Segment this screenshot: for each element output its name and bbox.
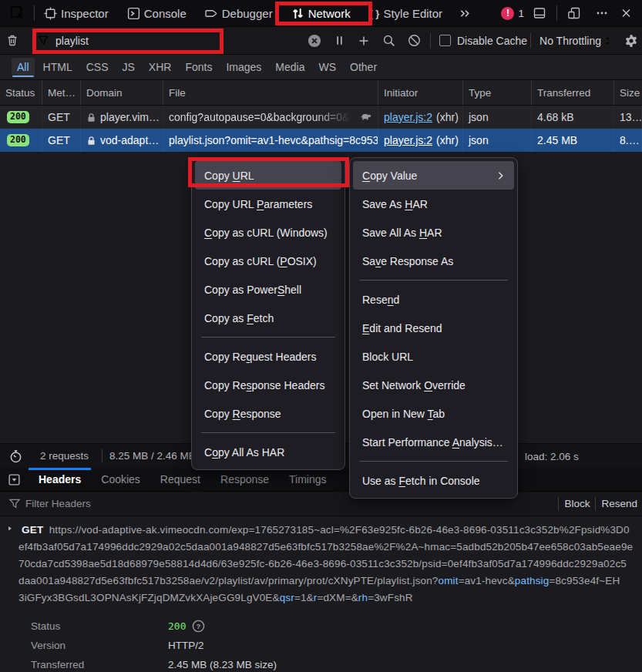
- braces-icon: { }: [369, 8, 380, 19]
- column-header-type[interactable]: Type: [463, 80, 532, 105]
- disclosure-triangle-icon[interactable]: [7, 526, 15, 534]
- clear-filter-button[interactable]: [301, 27, 328, 55]
- filter-tab-js[interactable]: JS: [115, 55, 141, 80]
- menu-item-use-as-fetch-in-console[interactable]: Use as Fetch in Console: [353, 466, 514, 495]
- menu-separator: [359, 461, 508, 462]
- column-header-size[interactable]: Size: [614, 80, 642, 105]
- status-badge: 200: [7, 111, 29, 123]
- pause-traffic-button[interactable]: [328, 27, 351, 55]
- column-header-met[interactable]: Met…: [42, 80, 81, 105]
- throttling-value: No Throttling: [539, 35, 601, 47]
- summary-label: Status: [0, 620, 168, 632]
- details-tab-cookies[interactable]: Cookies: [91, 468, 150, 491]
- request-method: GET: [22, 524, 44, 536]
- menu-item-copy-value[interactable]: Copy Value: [353, 161, 514, 190]
- initiator-cell: player.js:2(xhr): [378, 129, 463, 152]
- filter-tab-xhr[interactable]: XHR: [142, 55, 179, 80]
- tab-style-editor[interactable]: { }Style Editor: [360, 0, 452, 27]
- pick-element-button[interactable]: [0, 0, 34, 27]
- responsive-design-button[interactable]: [560, 0, 588, 27]
- inspector-icon: [44, 7, 57, 20]
- filter-tab-other[interactable]: Other: [343, 55, 384, 80]
- updown-arrows-icon: [604, 35, 613, 46]
- error-badge[interactable]: ! 1: [478, 7, 526, 20]
- menu-item-copy-as-fetch[interactable]: Copy as Fetch: [195, 304, 341, 332]
- summary-value: 200: [168, 620, 186, 632]
- menu-item-copy-as-curl-posix[interactable]: Copy as cURL (POSIX): [195, 247, 341, 275]
- filter-tab-fonts[interactable]: Fonts: [178, 55, 219, 80]
- submenu-arrow-icon: [496, 170, 506, 181]
- filter-tab-media[interactable]: Media: [268, 55, 311, 80]
- tab-debugger[interactable]: Debugger: [196, 0, 282, 27]
- menu-item-copy-all-as-har[interactable]: Copy All As HAR: [195, 438, 341, 466]
- block-requests-button[interactable]: [402, 27, 427, 55]
- menu-item-save-as-har[interactable]: Save As HAR: [353, 190, 514, 218]
- search-button[interactable]: [376, 27, 402, 55]
- menu-separator: [359, 280, 508, 281]
- network-settings-button[interactable]: [618, 27, 642, 55]
- tab-console[interactable]: Console: [118, 0, 196, 27]
- meatball-menu-button[interactable]: [588, 0, 616, 27]
- menu-separator: [201, 337, 335, 338]
- filter-tab-css[interactable]: CSS: [79, 55, 116, 80]
- menu-item-copy-url[interactable]: Copy URL: [195, 161, 341, 190]
- clear-requests-button[interactable]: [0, 27, 25, 55]
- menu-item-copy-request-headers[interactable]: Copy Request Headers: [195, 342, 341, 371]
- request-row[interactable]: 200GETvod-adapt…playlist.json?omit=av1-h…: [0, 129, 642, 152]
- menu-item-copy-response[interactable]: Copy Response: [195, 399, 341, 428]
- block-button[interactable]: Block: [559, 498, 595, 509]
- menu-item-copy-as-curl-windows[interactable]: Copy as cURL (Windows): [195, 218, 341, 247]
- column-header-initiator[interactable]: Initiator: [378, 80, 463, 105]
- type-cell: json: [463, 106, 532, 129]
- disable-cache-checkbox[interactable]: Disable Cache: [432, 35, 527, 47]
- menu-item-block-url[interactable]: Block URL: [353, 342, 514, 371]
- filter-tab-html[interactable]: HTML: [36, 55, 79, 80]
- throttling-select[interactable]: No Throttling: [533, 35, 618, 47]
- domain-cell: player.vim…: [81, 106, 163, 129]
- menu-item-resend[interactable]: Resend: [353, 285, 514, 314]
- resend-button[interactable]: Resend: [596, 498, 642, 509]
- column-header-status[interactable]: Status: [0, 80, 42, 105]
- menu-item-set-network-override[interactable]: Set Network Override: [353, 371, 514, 399]
- filter-tab-ws[interactable]: WS: [311, 55, 343, 80]
- menu-item-start-performance-analysis[interactable]: Start Performance Analysis…: [353, 428, 514, 456]
- menu-item-copy-url-parameters[interactable]: Copy URL Parameters: [195, 190, 341, 218]
- new-request-button[interactable]: [351, 27, 376, 55]
- menu-item-save-all-as-har[interactable]: Save All As HAR: [353, 218, 514, 247]
- details-tab-timings[interactable]: Timings: [279, 468, 337, 491]
- request-url-line: 3iGFyx3BGsdL3OPNAsKjFZjqDMZvkXAjeGG9LgV0…: [18, 590, 639, 606]
- filter-tab-images[interactable]: Images: [219, 55, 268, 80]
- filter-headers-input[interactable]: Filter Headers: [25, 498, 91, 509]
- headers-filter-row: Filter Headers Block Resend: [0, 492, 642, 516]
- funnel-icon: [37, 35, 49, 46]
- menu-item-copy-response-headers[interactable]: Copy Response Headers: [195, 371, 341, 399]
- menu-item-open-in-new-tab[interactable]: Open in New Tab: [353, 399, 514, 428]
- details-tab-headers[interactable]: Headers: [29, 468, 91, 491]
- more-tabs-chevron-icon[interactable]: [452, 8, 478, 19]
- close-devtools-button[interactable]: [616, 0, 642, 27]
- split-console-button[interactable]: [526, 0, 553, 27]
- column-header-file[interactable]: File: [163, 80, 378, 105]
- filter-urls-input[interactable]: playlist: [25, 27, 301, 55]
- menu-item-edit-and-resend[interactable]: Edit and Resend: [353, 314, 514, 342]
- request-row[interactable]: 200GETplayer.vim…config?autopause=0&back…: [0, 106, 642, 129]
- menu-item-copy-as-powershell[interactable]: Copy as PowerShell: [195, 275, 341, 304]
- tab-inspector[interactable]: Inspector: [35, 0, 118, 27]
- column-header-transferred[interactable]: Transferred: [532, 80, 614, 105]
- disable-cache-label: Disable Cache: [457, 35, 527, 47]
- request-table: StatusMet…DomainFileInitiatorTypeTransfe…: [0, 80, 642, 152]
- stopwatch-icon[interactable]: [0, 449, 31, 463]
- summary-value: 2.45 MB (8.23 MB size): [168, 659, 277, 670]
- toolbox-tabbar: InspectorConsoleDebuggerNetwork{ }Style …: [0, 0, 642, 27]
- filter-tab-all[interactable]: All: [10, 55, 36, 80]
- details-tab-response[interactable]: Response: [210, 468, 279, 491]
- details-tab-request[interactable]: Request: [150, 468, 210, 491]
- details-pane-toggle-icon[interactable]: [0, 468, 29, 491]
- menu-item-save-response-as[interactable]: Save Response As: [353, 247, 514, 275]
- initiator-link[interactable]: player.js:2: [384, 111, 432, 123]
- initiator-link[interactable]: player.js:2: [384, 134, 432, 146]
- tab-network[interactable]: Network: [282, 0, 360, 27]
- column-header-domain[interactable]: Domain: [81, 80, 163, 105]
- request-url-line: 70cda7cd5398ae5d18d68979e58814d4d6/63e92…: [18, 556, 639, 573]
- lock-icon: [86, 136, 96, 146]
